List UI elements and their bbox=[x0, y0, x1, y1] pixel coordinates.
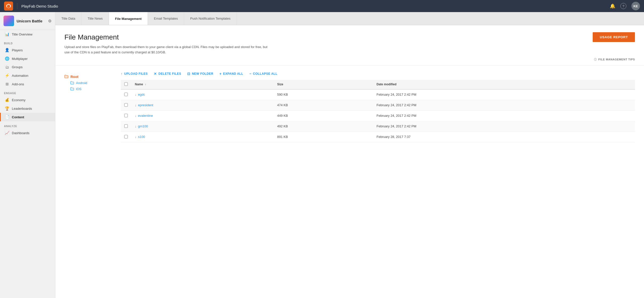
tab-file-management[interactable]: File Management bbox=[109, 12, 148, 25]
row-checkbox-evalentine[interactable] bbox=[124, 114, 128, 117]
usage-report-button[interactable]: USAGE REPORT bbox=[593, 32, 635, 42]
row-checkbox-s100[interactable] bbox=[124, 135, 128, 138]
dashboards-icon: 📈 bbox=[5, 131, 9, 135]
sidebar-item-label: Automation bbox=[12, 74, 28, 78]
row-date-cell-s100: February 28, 2017 7:37 bbox=[373, 132, 635, 142]
file-link-gm100[interactable]: ↓ gm100 bbox=[135, 124, 270, 128]
sort-icon: ↑ bbox=[145, 83, 146, 86]
row-checkbox-cell bbox=[121, 132, 131, 142]
page-header: File Management USAGE REPORT Upload and … bbox=[55, 25, 644, 66]
sidebar-header: Unicorn Battle ⚙ bbox=[0, 12, 55, 30]
sidebar-item-label: Players bbox=[12, 48, 23, 52]
sidebar-item-dashboards[interactable]: 📈 Dashboards bbox=[0, 129, 55, 137]
sidebar-item-content[interactable]: 📄 Content bbox=[0, 113, 55, 121]
tab-email-templates[interactable]: Email Templates bbox=[148, 12, 184, 25]
expand-all-button[interactable]: + EXPAND ALL bbox=[219, 72, 243, 76]
tab-title-news[interactable]: Title News bbox=[82, 12, 109, 25]
table-row: ↓ evalentine 449 KB February 24, 2017 2:… bbox=[121, 110, 635, 121]
game-icon bbox=[4, 16, 14, 26]
sidebar-item-groups[interactable]: 🗂 Groups bbox=[0, 63, 55, 71]
leaderboards-icon: 🏆 bbox=[5, 106, 9, 111]
row-date-cell-egdc: February 24, 2017 2:42 PM bbox=[373, 89, 635, 100]
table-header-row: Name ↑ Size Date modified bbox=[121, 80, 635, 89]
main-content: Title Data Title News File Management Em… bbox=[55, 12, 644, 298]
row-date-cell-evalentine: February 24, 2017 2:42 PM bbox=[373, 110, 635, 121]
help-icon[interactable]: ? bbox=[620, 3, 626, 9]
table-row: ↓ s100 891 KB February 28, 2017 7:37 bbox=[121, 132, 635, 142]
sidebar-item-economy[interactable]: 💰 Economy bbox=[0, 96, 55, 104]
sidebar-item-label: Groups bbox=[12, 65, 23, 69]
row-name-cell-s100: ↓ s100 bbox=[131, 132, 274, 142]
row-checkbox-cell bbox=[121, 100, 131, 110]
row-checkbox-epresident[interactable] bbox=[124, 103, 128, 107]
app-body: Unicorn Battle ⚙ 📊 Title Overview BUILD … bbox=[0, 12, 644, 298]
ios-folder-icon bbox=[70, 87, 74, 91]
file-link-epresident[interactable]: ↓ epresident bbox=[135, 103, 270, 107]
sidebar-item-title-overview[interactable]: 📊 Title Overview bbox=[0, 30, 55, 39]
file-table-body: ↓ egdc 590 KB February 24, 2017 2:42 PM … bbox=[121, 89, 635, 142]
download-icon: ↓ bbox=[135, 124, 137, 128]
delete-files-button[interactable]: ✕ DELETE FILES bbox=[154, 72, 181, 76]
user-avatar[interactable]: KE bbox=[631, 2, 640, 10]
sidebar-item-players[interactable]: 👤 Players bbox=[0, 46, 55, 54]
sidebar-item-label: Dashboards bbox=[12, 131, 29, 135]
analyze-section-label: ANALYZE bbox=[0, 121, 55, 129]
collapse-all-button[interactable]: − COLLAPSE ALL bbox=[249, 72, 277, 76]
row-date-cell-gm100: February 24, 2017 2:42 PM bbox=[373, 121, 635, 132]
root-folder-icon bbox=[64, 75, 68, 79]
file-link-egdc[interactable]: ↓ egdc bbox=[135, 93, 270, 96]
tips-link[interactable]: ⓘ FILE MANAGEMENT TIPS bbox=[64, 58, 635, 61]
automation-icon: ⚡ bbox=[5, 73, 9, 78]
android-folder-icon bbox=[70, 81, 74, 85]
row-size-cell-s100: 891 KB bbox=[274, 132, 373, 142]
name-col-header[interactable]: Name ↑ bbox=[131, 80, 274, 89]
row-checkbox-cell bbox=[121, 89, 131, 100]
file-name-label: egdc bbox=[138, 93, 145, 96]
tree-root[interactable]: Root bbox=[64, 74, 115, 80]
row-size-cell-epresident: 474 KB bbox=[274, 100, 373, 110]
page-body: File Management USAGE REPORT Upload and … bbox=[55, 25, 644, 298]
sidebar-item-label: Leaderboards bbox=[12, 107, 32, 110]
file-link-evalentine[interactable]: ↓ evalentine bbox=[135, 114, 270, 118]
game-title: Unicorn Battle bbox=[17, 19, 43, 23]
row-name-cell-evalentine: ↓ evalentine bbox=[131, 110, 274, 121]
size-col-header: Size bbox=[274, 80, 373, 89]
sidebar-item-label: Add-ons bbox=[12, 82, 24, 86]
table-row: ↓ egdc 590 KB February 24, 2017 2:42 PM bbox=[121, 89, 635, 100]
new-folder-button[interactable]: ⊡ NEW FOLDER bbox=[187, 72, 213, 76]
row-name-cell-gm100: ↓ gm100 bbox=[131, 121, 274, 132]
row-size-cell-gm100: 492 KB bbox=[274, 121, 373, 132]
content-icon: 📄 bbox=[5, 115, 9, 119]
tab-title-data[interactable]: Title Data bbox=[55, 12, 82, 25]
select-all-checkbox[interactable] bbox=[124, 82, 128, 86]
sidebar-item-addons[interactable]: ⊞ Add-ons bbox=[0, 80, 55, 88]
sidebar-item-label: Title Overview bbox=[12, 32, 32, 36]
row-checkbox-cell bbox=[121, 121, 131, 132]
sidebar-item-leaderboards[interactable]: 🏆 Leaderboards bbox=[0, 104, 55, 113]
tree-ios[interactable]: iOS bbox=[64, 86, 115, 92]
row-checkbox-gm100[interactable] bbox=[124, 124, 128, 128]
table-row: ↓ gm100 492 KB February 24, 2017 2:42 PM bbox=[121, 121, 635, 132]
bar-chart-icon: 📊 bbox=[5, 32, 9, 36]
sidebar-item-automation[interactable]: ⚡ Automation bbox=[0, 71, 55, 80]
studio-name: PlayFab Demo Studio bbox=[21, 4, 607, 8]
engage-section-label: ENGAGE bbox=[0, 88, 55, 96]
tabs-bar: Title Data Title News File Management Em… bbox=[55, 12, 644, 25]
upload-files-button[interactable]: ↑ UPLOAD FILES bbox=[121, 72, 148, 76]
download-icon: ↓ bbox=[135, 103, 137, 107]
nav-icons: 🔔 ? KE bbox=[610, 2, 640, 10]
settings-icon[interactable]: ⚙ bbox=[48, 19, 52, 23]
row-checkbox-cell bbox=[121, 110, 131, 121]
bell-icon[interactable]: 🔔 bbox=[610, 3, 615, 9]
root-label: Root bbox=[70, 75, 78, 79]
sidebar-item-multiplayer[interactable]: 🌐 Multiplayer bbox=[0, 54, 55, 63]
tips-help-icon: ⓘ bbox=[594, 58, 597, 61]
playfab-logo bbox=[4, 2, 13, 11]
download-icon: ↓ bbox=[135, 93, 137, 96]
tab-push-notification-templates[interactable]: Push Notification Templates bbox=[184, 12, 237, 25]
sidebar-item-label: Multiplayer bbox=[12, 57, 28, 61]
collapse-icon: − bbox=[249, 72, 252, 76]
tree-android[interactable]: Android bbox=[64, 80, 115, 86]
row-checkbox-egdc[interactable] bbox=[124, 93, 128, 96]
file-link-s100[interactable]: ↓ s100 bbox=[135, 135, 270, 139]
